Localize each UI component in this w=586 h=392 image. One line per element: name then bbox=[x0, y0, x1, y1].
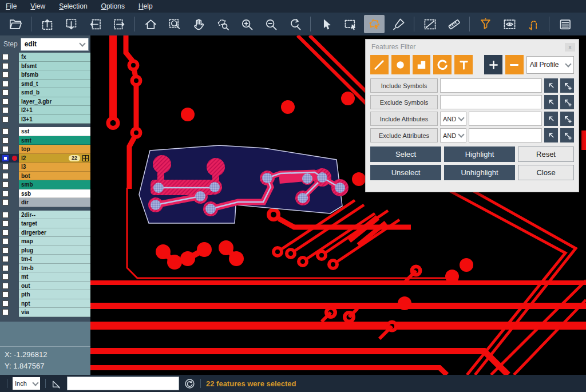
pick-add-from-canvas-icon[interactable] bbox=[560, 78, 574, 93]
layer-row-bot[interactable]: bot bbox=[0, 172, 90, 181]
selected-region[interactable] bbox=[139, 145, 349, 223]
layer-row-l2[interactable]: l222 bbox=[0, 154, 90, 163]
feature-type-arc-button[interactable] bbox=[433, 55, 452, 74]
layer-visibility-checkbox[interactable] bbox=[2, 274, 9, 280]
tool-select-cursor-icon[interactable] bbox=[316, 15, 336, 33]
layer-visibility-checkbox[interactable] bbox=[2, 229, 9, 236]
layer-visibility-checkbox[interactable] bbox=[2, 155, 9, 161]
tool-select-rectangle-icon[interactable] bbox=[340, 15, 361, 33]
pick-from-canvas-icon[interactable] bbox=[544, 78, 558, 93]
units-select[interactable]: Inch bbox=[13, 377, 40, 390]
layer-row-ssb[interactable]: ssb bbox=[0, 189, 90, 199]
layer-row-plug[interactable]: plug bbox=[0, 246, 90, 255]
layer-visibility-checkbox[interactable] bbox=[2, 300, 9, 307]
tool-zoom-in-icon[interactable] bbox=[236, 15, 257, 33]
exclude-symbols-button[interactable]: Exclude Symbols bbox=[370, 95, 438, 109]
tool-zoom-polygon-icon[interactable] bbox=[212, 15, 233, 33]
layer-visibility-checkbox[interactable] bbox=[2, 164, 9, 170]
layer-row-top[interactable]: top bbox=[0, 145, 90, 154]
layer-visibility-checkbox[interactable] bbox=[2, 181, 9, 188]
tool-layers-panel-icon[interactable] bbox=[555, 15, 575, 33]
unselect-button[interactable]: Unselect bbox=[370, 165, 441, 180]
tool-zoom-out-icon[interactable] bbox=[260, 15, 281, 33]
step-select[interactable]: edit bbox=[21, 38, 89, 51]
menu-item-help[interactable]: Help bbox=[138, 2, 153, 10]
tool-measure-distance-icon[interactable] bbox=[419, 15, 440, 33]
menu-item-selection[interactable]: Selection bbox=[59, 2, 87, 10]
pick-from-canvas-icon[interactable] bbox=[544, 128, 558, 142]
layer-row-dir[interactable]: dir bbox=[0, 198, 90, 207]
layer-row-layer_3.gbr[interactable]: layer_3.gbr bbox=[0, 97, 90, 106]
tool-open-file-icon[interactable] bbox=[5, 15, 26, 33]
exclude-symbols-input[interactable] bbox=[440, 95, 542, 109]
pick-add-from-canvas-icon[interactable] bbox=[560, 128, 574, 142]
layer-row-2dir--[interactable]: 2dir-- bbox=[0, 211, 90, 220]
tool-view-options-icon[interactable] bbox=[499, 15, 520, 33]
menu-item-file[interactable]: File bbox=[6, 2, 17, 10]
layer-row-bfsmb[interactable]: bfsmb bbox=[0, 70, 90, 80]
layer-visibility-checkbox[interactable] bbox=[2, 238, 9, 244]
layer-row-l2+1[interactable]: l2+1 bbox=[0, 106, 90, 115]
include-attributes-input[interactable] bbox=[469, 112, 542, 126]
close-button[interactable]: Close bbox=[518, 165, 574, 180]
pick-from-canvas-icon[interactable] bbox=[544, 112, 558, 126]
layer-row-via[interactable]: via bbox=[0, 308, 90, 317]
include-symbols-input[interactable] bbox=[440, 78, 542, 93]
layer-visibility-checkbox[interactable] bbox=[2, 72, 9, 78]
layer-row-target[interactable]: target bbox=[0, 219, 90, 228]
layer-visibility-checkbox[interactable] bbox=[2, 220, 9, 227]
pick-add-from-canvas-icon[interactable] bbox=[560, 112, 574, 126]
layer-row-fx[interactable]: fx bbox=[0, 53, 90, 62]
reset-button[interactable]: Reset bbox=[518, 146, 574, 162]
highlight-button[interactable]: Highlight bbox=[444, 146, 515, 162]
layer-row-tm-t[interactable]: tm-t bbox=[0, 255, 90, 264]
tool-select-polygon-icon[interactable] bbox=[364, 15, 385, 33]
exclude-attributes-operator-select[interactable]: AND bbox=[440, 128, 466, 142]
tool-measure-ruler-icon[interactable] bbox=[444, 15, 464, 33]
refresh-icon[interactable] bbox=[184, 378, 195, 389]
feature-type-line-button[interactable] bbox=[370, 55, 389, 74]
tool-import-top-icon[interactable] bbox=[37, 15, 57, 33]
feature-type-surface-button[interactable] bbox=[413, 55, 431, 74]
unhighlight-button[interactable]: Unhighlight bbox=[444, 165, 515, 180]
layer-visibility-checkbox[interactable] bbox=[2, 107, 9, 113]
corner-origin-icon[interactable] bbox=[51, 378, 62, 389]
layer-visibility-checkbox[interactable] bbox=[2, 89, 9, 96]
tool-import-bottom-icon[interactable] bbox=[61, 15, 81, 33]
layer-row-mt[interactable]: mt bbox=[0, 272, 90, 282]
layer-visibility-checkbox[interactable] bbox=[2, 191, 9, 197]
command-input[interactable] bbox=[67, 377, 179, 390]
layer-visibility-checkbox[interactable] bbox=[2, 137, 9, 144]
layer-visibility-checkbox[interactable] bbox=[2, 283, 9, 289]
menu-item-view[interactable]: View bbox=[30, 2, 45, 10]
tool-zoom-window-icon[interactable] bbox=[164, 15, 185, 33]
layer-visibility-checkbox[interactable] bbox=[2, 81, 9, 87]
layer-visibility-checkbox[interactable] bbox=[2, 173, 9, 179]
layer-row-npt[interactable]: npt bbox=[0, 299, 90, 308]
feature-type-pad-button[interactable] bbox=[391, 55, 410, 74]
layer-row-pth[interactable]: pth bbox=[0, 290, 90, 299]
exclude-attributes-input[interactable] bbox=[469, 128, 542, 142]
close-icon[interactable]: x bbox=[565, 43, 575, 52]
select-button[interactable]: Select bbox=[370, 146, 441, 162]
menu-item-options[interactable]: Options bbox=[101, 2, 125, 10]
layer-visibility-checkbox[interactable] bbox=[2, 128, 9, 134]
layer-row-out[interactable]: out bbox=[0, 282, 90, 291]
tool-import-left-icon[interactable] bbox=[85, 15, 105, 33]
layer-row-dirgerber[interactable]: dirgerber bbox=[0, 228, 90, 237]
pick-add-from-canvas-icon[interactable] bbox=[560, 95, 574, 109]
tool-home-view-icon[interactable] bbox=[140, 15, 161, 33]
layer-visibility-checkbox[interactable] bbox=[2, 98, 9, 105]
include-symbols-button[interactable]: Include Symbols bbox=[370, 78, 438, 93]
layer-visibility-checkbox[interactable] bbox=[2, 309, 9, 315]
layer-visibility-checkbox[interactable] bbox=[2, 291, 9, 298]
exclude-attributes-button[interactable]: Exclude Attributes bbox=[370, 128, 438, 142]
layer-row-sst[interactable]: sst bbox=[0, 127, 90, 136]
tool-repaint-brush-icon[interactable] bbox=[388, 15, 409, 33]
tool-pan-hand-icon[interactable] bbox=[188, 15, 209, 33]
layer-visibility-checkbox[interactable] bbox=[2, 63, 9, 69]
tool-zoom-previous-icon[interactable] bbox=[284, 15, 305, 33]
layer-row-smd_t[interactable]: smd_t bbox=[0, 80, 90, 89]
layer-row-smd_b[interactable]: smd_b bbox=[0, 88, 90, 97]
layer-visibility-checkbox[interactable] bbox=[2, 199, 9, 205]
